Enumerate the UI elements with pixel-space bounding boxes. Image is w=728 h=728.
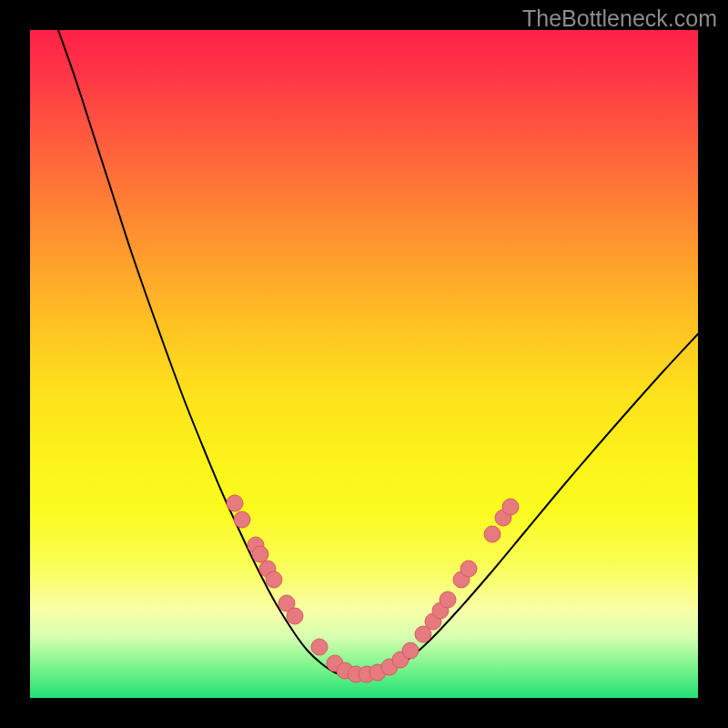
data-marker	[460, 561, 477, 577]
data-marker	[311, 639, 328, 655]
data-marker	[227, 495, 243, 511]
curve-layer	[58, 30, 698, 676]
bottleneck-curve	[58, 30, 698, 676]
data-marker	[234, 511, 250, 528]
watermark-text: TheBottleneck.com	[522, 5, 717, 32]
data-marker	[402, 642, 419, 659]
chart-svg-overlay	[30, 30, 698, 698]
data-marker	[502, 499, 519, 515]
data-marker	[440, 592, 456, 608]
marker-layer	[227, 495, 519, 682]
data-marker	[484, 526, 500, 542]
data-marker	[252, 546, 268, 562]
data-marker	[266, 571, 282, 588]
chart-root: TheBottleneck.com	[0, 0, 728, 728]
data-marker	[287, 608, 303, 624]
